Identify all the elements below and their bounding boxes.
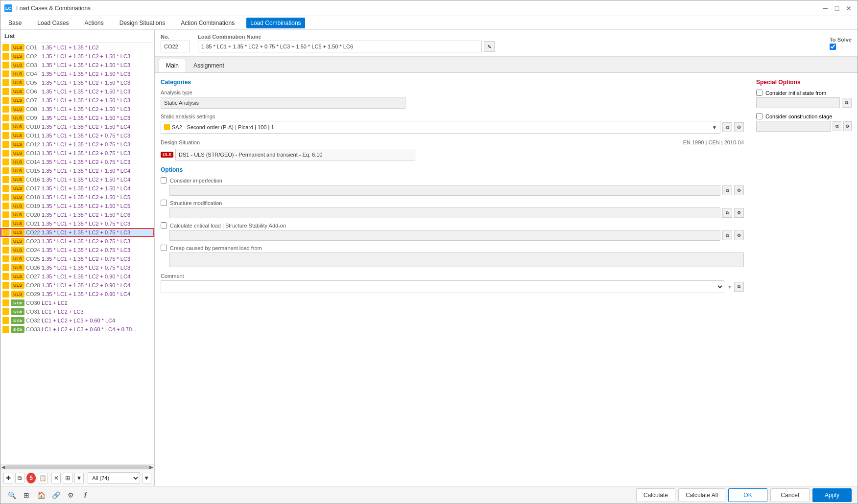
menu-load-cases[interactable]: Load Cases bbox=[33, 18, 72, 28]
cancel-button[interactable]: Cancel bbox=[770, 488, 810, 502]
no-input[interactable] bbox=[161, 41, 190, 52]
list-item[interactable]: ULS CO2 1.35 * LC1 + 1.35 * LC2 + 1.50 *… bbox=[0, 52, 154, 61]
static-settings-button[interactable]: ⚙ bbox=[734, 122, 744, 132]
close-button[interactable]: ✕ bbox=[844, 3, 854, 13]
paste-button[interactable]: 📋 bbox=[38, 473, 48, 483]
tosolve-checkbox[interactable] bbox=[830, 44, 836, 50]
special-construction-input[interactable] bbox=[756, 121, 831, 132]
comment-dropdown-arrow[interactable]: ▼ bbox=[727, 284, 732, 290]
option-imperfection-settings-btn[interactable]: ⚙ bbox=[734, 185, 744, 195]
maximize-button[interactable]: □ bbox=[832, 3, 842, 13]
static-copy-button[interactable]: ⧉ bbox=[722, 122, 732, 132]
calculate-button[interactable]: Calculate bbox=[636, 488, 675, 502]
option-structure-checkbox[interactable] bbox=[161, 200, 167, 206]
list-item[interactable]: S Ch CO33 LC1 + LC2 + LC3 + 0.60 * LC4 +… bbox=[0, 325, 154, 334]
scroll-right-icon[interactable]: ▶ bbox=[149, 464, 153, 470]
comment-dropdown[interactable] bbox=[161, 280, 724, 293]
list-item[interactable]: ULS CO20 1.35 * LC1 + 1.35 * LC2 + 1.50 … bbox=[0, 210, 154, 219]
list-item[interactable]: ULS CO13 1.35 * LC1 + 1.35 * LC2 + 0.75 … bbox=[0, 149, 154, 158]
list-item[interactable]: S Ch CO32 LC1 + LC2 + LC3 + 0.60 * LC4 bbox=[0, 316, 154, 325]
comment-copy-btn[interactable]: ⧉ bbox=[734, 282, 744, 292]
list-item[interactable]: S Ch CO31 LC1 + LC2 + LC3 bbox=[0, 307, 154, 316]
new-item-button[interactable]: ✚ bbox=[3, 473, 13, 483]
menu-load-combinations[interactable]: Load Combinations bbox=[246, 18, 305, 28]
scroll-left-icon[interactable]: ◀ bbox=[1, 464, 5, 470]
list-item[interactable]: ULS CO26 1.35 * LC1 + 1.35 * LC2 + 0.75 … bbox=[0, 263, 154, 272]
name-input[interactable] bbox=[198, 41, 482, 52]
list-item[interactable]: ULS CO12 1.35 * LC1 + 1.35 * LC2 + 0.75 … bbox=[0, 140, 154, 149]
list-item[interactable]: ULS CO8 1.35 * LC1 + 1.35 * LC2 + 1.50 *… bbox=[0, 105, 154, 114]
option-imperfection-checkbox[interactable] bbox=[161, 177, 167, 183]
list-item[interactable]: ULS CO14 1.35 * LC1 + 1.35 * LC2 + 0.75 … bbox=[0, 158, 154, 166]
name-edit-button[interactable]: ✎ bbox=[484, 41, 495, 52]
option-critical-input[interactable] bbox=[169, 230, 720, 241]
list-item[interactable]: ULS CO27 1.35 * LC1 + 1.35 * LC2 + 0.90 … bbox=[0, 272, 154, 281]
list-item[interactable]: ULS CO7 1.35 * LC1 + 1.35 * LC2 + 1.50 *… bbox=[0, 96, 154, 105]
option-critical-copy-btn[interactable]: ⧉ bbox=[722, 230, 732, 240]
list-item[interactable]: ULS CO3 1.35 * LC1 + 1.35 * LC2 + 1.50 *… bbox=[0, 61, 154, 69]
option-structure-settings-btn[interactable]: ⚙ bbox=[734, 208, 744, 218]
menu-action-combinations[interactable]: Action Combinations bbox=[177, 18, 238, 28]
list-item[interactable]: S Ch CO30 LC1 + LC2 bbox=[0, 298, 154, 307]
search-bottom-icon[interactable]: 🔍 bbox=[6, 490, 17, 501]
special-initial-state-checkbox[interactable] bbox=[756, 90, 763, 96]
apply-button[interactable]: Apply bbox=[812, 488, 852, 502]
scroll-track[interactable] bbox=[5, 465, 149, 469]
list-item[interactable]: ULS CO11 1.35 * LC1 + 1.35 * LC2 + 0.75 … bbox=[0, 131, 154, 140]
option-imperfection-input[interactable] bbox=[169, 185, 720, 196]
list-item[interactable]: ULS CO17 1.35 * LC1 + 1.35 * LC2 + 1.50 … bbox=[0, 184, 154, 193]
list-item[interactable]: ULS CO19 1.35 * LC1 + 1.35 * LC2 + 1.50 … bbox=[0, 202, 154, 210]
settings-bottom-icon[interactable]: ⚙ bbox=[65, 490, 76, 501]
static-dropdown-arrow[interactable]: ▼ bbox=[712, 125, 717, 130]
tab-main[interactable]: Main bbox=[159, 59, 186, 72]
calculate-all-button[interactable]: Calculate All bbox=[678, 488, 725, 502]
option-critical-checkbox[interactable] bbox=[161, 222, 167, 229]
menu-actions[interactable]: Actions bbox=[80, 18, 107, 28]
delete-button[interactable]: ✕ bbox=[51, 473, 61, 483]
horizontal-scrollbar[interactable]: ◀ ▶ bbox=[0, 464, 154, 470]
list-item[interactable]: ULS CO10 1.35 * LC1 + 1.35 * LC2 + 1.50 … bbox=[0, 122, 154, 131]
list-item[interactable]: ULS CO28 1.35 * LC1 + 1.35 * LC2 + 0.90 … bbox=[0, 281, 154, 290]
list-item[interactable]: ULS CO25 1.35 * LC1 + 1.35 * LC2 + 0.75 … bbox=[0, 254, 154, 263]
grid-bottom-icon[interactable]: ⊞ bbox=[21, 490, 32, 501]
option-creep-checkbox[interactable] bbox=[161, 245, 167, 251]
view-dropdown-button[interactable]: ▼ bbox=[74, 473, 84, 483]
list-item[interactable]: ULS CO4 1.35 * LC1 + 1.35 * LC2 + 1.50 *… bbox=[0, 69, 154, 78]
list-item[interactable]: ULS CO29 1.35 * LC1 + 1.35 * LC2 + 0.90 … bbox=[0, 290, 154, 298]
minimize-button[interactable]: ─ bbox=[820, 3, 830, 13]
list-item[interactable]: ULS CO24 1.35 * LC1 + 1.35 * LC2 + 0.75 … bbox=[0, 246, 154, 254]
special-initial-state-input[interactable] bbox=[756, 97, 840, 108]
filter-dropdown-arrow[interactable]: ▼ bbox=[142, 473, 152, 483]
list-item[interactable]: ULS CO18 1.35 * LC1 + 1.35 * LC2 + 1.50 … bbox=[0, 193, 154, 202]
list-item[interactable]: ULS CO21 1.35 * LC1 + 1.35 * LC2 + 0.75 … bbox=[0, 219, 154, 228]
option-imperfection-copy-btn[interactable]: ⧉ bbox=[722, 185, 732, 195]
option-critical-settings-btn[interactable]: ⚙ bbox=[734, 230, 744, 240]
list-item[interactable]: ULS CO9 1.35 * LC1 + 1.35 * LC2 + 1.50 *… bbox=[0, 114, 154, 122]
list-item[interactable]: ULS CO6 1.35 * LC1 + 1.35 * LC2 + 1.50 *… bbox=[0, 87, 154, 96]
list-item[interactable]: ULS CO15 1.35 * LC1 + 1.35 * LC2 + 1.50 … bbox=[0, 166, 154, 175]
option-creep-input[interactable] bbox=[169, 252, 744, 267]
ok-button[interactable]: OK bbox=[728, 488, 767, 502]
special-construction-btn1[interactable]: ⧉ bbox=[833, 121, 841, 131]
list-container[interactable]: ULS CO1 1.35 * LC1 + 1.35 * LC2 ULS CO2 … bbox=[0, 43, 154, 464]
list-item[interactable]: ULS CO1 1.35 * LC1 + 1.35 * LC2 bbox=[0, 43, 154, 52]
option-structure-input[interactable] bbox=[169, 207, 720, 218]
special-construction-btn2[interactable]: ⚙ bbox=[843, 121, 852, 131]
special-initial-state-btn[interactable]: ⧉ bbox=[842, 98, 852, 108]
special-construction-checkbox[interactable] bbox=[756, 113, 763, 119]
design-situation-input[interactable] bbox=[175, 149, 415, 160]
list-item[interactable]: ULS CO16 1.35 * LC1 + 1.35 * LC2 + 1.50 … bbox=[0, 175, 154, 184]
link-bottom-icon[interactable]: 🔗 bbox=[50, 490, 61, 501]
filter-dropdown[interactable]: All (74) bbox=[88, 472, 140, 484]
menu-design-situations[interactable]: Design Situations bbox=[116, 18, 169, 28]
tab-assignment[interactable]: Assignment bbox=[186, 59, 232, 72]
list-item[interactable]: ULS CO22 1.35 * LC1 + 1.35 * LC2 + 0.75 … bbox=[0, 228, 154, 237]
list-item[interactable]: ULS CO5 1.35 * LC1 + 1.35 * LC2 + 1.50 *… bbox=[0, 78, 154, 87]
list-item[interactable]: ULS CO23 1.35 * LC1 + 1.35 * LC2 + 0.75 … bbox=[0, 237, 154, 246]
function-bottom-icon[interactable]: f bbox=[80, 490, 91, 501]
view-toggle-button[interactable]: ⊞ bbox=[63, 473, 72, 483]
copy-button[interactable]: ⧉ bbox=[15, 473, 25, 483]
structure-bottom-icon[interactable]: 🏠 bbox=[36, 490, 47, 501]
option-structure-copy-btn[interactable]: ⧉ bbox=[722, 208, 732, 218]
static-analysis-dropdown[interactable]: SA2 - Second-order (P-Δ) | Picard | 100 … bbox=[161, 121, 720, 134]
